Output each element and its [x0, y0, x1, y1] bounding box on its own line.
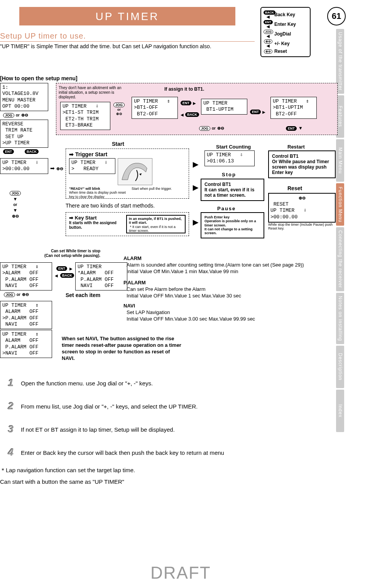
arrow-down-icon-2: [13, 208, 18, 213]
jog-key-2: JOG: [10, 191, 21, 196]
reset-icon: ⊕⊖: [264, 49, 272, 54]
legend-enter: Enter Key: [274, 22, 296, 27]
arrow-down-icon: [13, 196, 18, 202]
arrow-right-icon-3: [193, 183, 198, 192]
ent-key-4: ENT: [286, 126, 297, 131]
alarm-line-2: Initial Value Off Min.Value 1 min Max.Va…: [123, 269, 328, 275]
lcd-bt-sel: UP TIMER ⇕ >BT1-OFF BT2-OFF: [132, 97, 178, 119]
palarm-heading: P.ALARM: [123, 280, 328, 286]
step-num-4: 4: [4, 446, 18, 459]
legend-plusminus: +/- Key: [274, 41, 290, 46]
settings-top-note: Can set While timer is stop (Can not set…: [0, 249, 100, 258]
stop-box: Control BT1 It can start, even if it is …: [201, 179, 264, 201]
arrow-right-icon-2: [193, 160, 198, 169]
key-start-example: In an example, if BT1 is pushed, it will…: [129, 217, 183, 225]
alarm-heading: ALARM: [123, 255, 328, 262]
jog-icon: JOG: [264, 30, 273, 34]
step-text-4: Enter or Back key the cursor will back t…: [21, 449, 224, 456]
legend-back: Back Key: [274, 12, 295, 17]
trigger-start-label: Trigger Start: [75, 151, 107, 157]
ent-key-2: ENT: [181, 101, 191, 105]
reset-label: Reset: [287, 185, 302, 191]
arrow-right-icon: ➡ ⊕⊖: [50, 165, 63, 171]
pink-setup-zone: They don't have an allotment with an ini…: [56, 83, 338, 135]
page-title-bar: UP TIMER: [19, 7, 235, 25]
plusminus-key-2: ⊕⊖: [12, 214, 19, 219]
reset-lcd: RESET UP TIMER ⇩ >00:00.00: [270, 201, 333, 220]
lcd-palarm-sel: UP TIMER ⇕ ALARM OFF >P.ALARM OFF NAVI O…: [0, 301, 52, 329]
trigger-start-box: ➡ Trigger Start UP TIMER ⇩ > READY "READ…: [66, 149, 189, 199]
lcd-counting: UP TIMER ⇩ >01:06.13: [204, 150, 255, 166]
back-key-2: BACK: [185, 112, 199, 117]
ent-key-3: ENT: [250, 110, 261, 114]
ent-icon: ENT: [264, 20, 273, 24]
trigger-note: Start when pull the trigger.: [132, 187, 174, 191]
step-num-2: 2: [4, 399, 18, 413]
jog-key-4: JOG: [199, 126, 210, 131]
set-each-item: Set each item: [66, 292, 100, 298]
step-num-3: 3: [4, 422, 18, 436]
side-tab-index[interactable]: Index: [336, 390, 344, 432]
navi-line-2: Initial Value OFF Min.Value 3.00 sec Max…: [123, 316, 328, 323]
plusminus-key-5: ⊕⊖: [22, 292, 29, 297]
key-start-note: It starts with the assigned button.: [69, 221, 123, 230]
lcd-menu-master: 1: VOLTAGE10.8V MENU MASTER OPT 00:00: [0, 83, 48, 111]
pause-label: Pause: [217, 206, 236, 211]
palarm-line-2: Initial Value OFF Min.Value 1 sec Max.Va…: [123, 293, 328, 299]
lcd-timer-zero: UP TIMER ⇩ >00:00.00: [0, 158, 48, 174]
plusminus-key: ⊕⊖: [21, 113, 28, 118]
lcd-bt-uptim: UP TIMER BT1-UPTIM: [201, 99, 247, 115]
lcd-bt-uptim2: UP TIMER ⇕ >BT1-UPTIM BT2-OFF: [270, 97, 317, 119]
or-label: or: [16, 113, 20, 117]
step-1: 1Open the function menu. use Jog dial or…: [4, 376, 153, 390]
step-text-1: Open the function menu. use Jog dial or …: [21, 380, 153, 387]
arrow-right-icon-4: [193, 218, 198, 226]
restart-label: Restart: [287, 144, 305, 150]
back-icon: BACK: [264, 10, 275, 15]
navi-heading: NAVI: [123, 303, 328, 309]
two-kinds-note: There are two kinds of start methods.: [66, 203, 155, 209]
footnote-lap: ＊Lap navigation function can set the tar…: [0, 467, 135, 474]
section-subtitle: Setup UP timer to use.: [0, 32, 255, 42]
step-4: 4Enter or Back key the cursor will back …: [4, 446, 224, 459]
lcd-alarm-sel: UP TIMER ⇕ >ALARM OFF P.ALARM OFF NAVI O…: [0, 262, 52, 290]
lcd-menu-list: REVERSE TRIM RATE SET UP >UP TIMER: [0, 120, 48, 148]
or-label-2: or: [14, 203, 17, 207]
ent-key-5: ENT: [56, 266, 67, 271]
step-3: 3If not ET or BT assign it to lap timer,…: [4, 422, 175, 436]
jog-key: JOG: [3, 113, 14, 118]
alarm-line-1: Alarm is sounded after counting setting …: [123, 262, 328, 269]
palarm-desc: P.ALARM Can set Pre Alarm before the Ala…: [123, 280, 328, 299]
howto-heading: [How to open the setup menu]: [0, 75, 78, 81]
navi-reset-note: When set NAVI, The button assigned to th…: [62, 336, 181, 362]
plusminus-key-3: ⊕⊖: [116, 112, 122, 116]
arrow-down-icon-3: [298, 126, 303, 131]
pause-box: Push Enter key Operation is possible onl…: [201, 212, 264, 238]
or-label-5: or: [17, 292, 20, 297]
step-2: 2From menu list, use Jog dial or "+, -" …: [4, 399, 198, 413]
navi-line-1: Set LAP Navigation: [123, 309, 328, 316]
step-text-3: If not ET or BT assign it to lap timer, …: [21, 426, 175, 433]
or-label-3: or: [117, 108, 121, 111]
lcd-ready: UP TIMER ⇩ > READY: [69, 158, 115, 174]
reset-box: ⊕⊖ RESET UP TIMER ⇩ >00:00.00: [268, 193, 336, 223]
reset-pm-icon: ⊕⊖: [299, 196, 306, 201]
pink-heading: If assign it to BT1.: [164, 86, 204, 92]
key-legend: BACK◀Back Key ENT◀Enter Key JOG◀JogDial …: [260, 7, 311, 57]
ent-key: ENT: [3, 149, 14, 154]
navi-desc: NAVI Set LAP Navigation Initial Value OF…: [123, 303, 328, 323]
stop-label: Stop: [222, 172, 236, 177]
restart-box: Control BT1 Or While pause and Timer scr…: [268, 150, 336, 178]
alarm-desc: ALARM Alarm is sounded after counting se…: [123, 255, 328, 275]
start-label: Start: [112, 141, 124, 147]
jog-key-3: JOG: [113, 103, 125, 107]
lcd-et-list: UP TIMER ⇩ >ET1-ST TRIM ET2-TH TRIM ET3-…: [60, 102, 110, 130]
ready-blink-label: "READY" will blink: [69, 187, 127, 191]
step-num-1: 1: [4, 376, 18, 390]
legend-reset: Reset: [274, 49, 287, 54]
plusminus-icon: ⊕⊖: [264, 39, 272, 44]
lcd-alarm-star: UP TIMER *ALARM OFF P.ALARM OFF NAVI OFF: [75, 262, 127, 290]
or-label-4: or: [212, 126, 216, 130]
reset-note: While stop the timer (Include Pause) pus…: [268, 223, 336, 231]
footnote-start: Can start with a button the same as "UP …: [0, 478, 124, 485]
